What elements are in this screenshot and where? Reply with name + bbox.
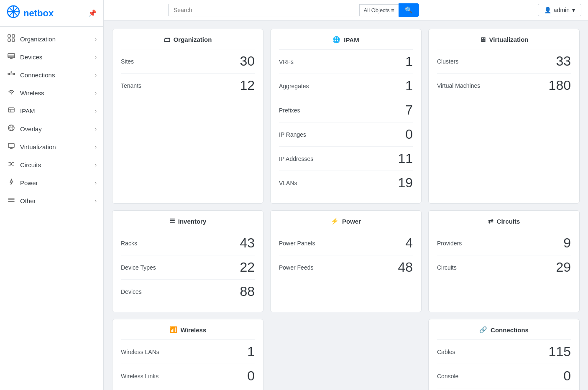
card-organization: 🗃 Organization Sites 30 Tenants 12 — [112, 29, 263, 204]
card-row-vrfs: VRFs 1 — [279, 49, 413, 74]
sidebar-item-label: Devices — [20, 54, 42, 61]
card-row-providers: Providers 9 — [437, 231, 571, 255]
other-icon — [7, 196, 16, 206]
sidebar-item-ipam[interactable]: IPAM › — [0, 102, 103, 120]
card-row-clusters: Clusters 33 — [437, 49, 571, 73]
search-icon: 🔍 — [405, 6, 413, 13]
card-organization-title: 🗃 Organization — [121, 36, 255, 43]
organization-icon — [7, 34, 16, 44]
sidebar-item-power[interactable]: Power › — [0, 174, 103, 192]
ipam-icon — [7, 106, 16, 116]
card-wireless-title: 📶 Wireless — [121, 326, 255, 334]
connections-card-icon: 🔗 — [479, 326, 487, 334]
inventory-card-icon: ☰ — [169, 217, 175, 225]
sidebar-item-label: Organization — [20, 36, 56, 43]
chevron-icon: › — [95, 108, 97, 114]
user-avatar-icon: 👤 — [544, 7, 551, 13]
card-row-racks: Racks 43 — [121, 231, 255, 255]
main-content: All Objects ≡ 🔍 👤 admin ▾ 🗃 Organization — [104, 0, 588, 390]
chevron-icon: › — [95, 90, 97, 96]
filter-label: All Objects — [364, 7, 390, 13]
card-row-cables: Cables 115 — [437, 339, 571, 364]
chevron-icon: › — [95, 180, 97, 186]
sidebar-item-devices[interactable]: Devices › — [0, 48, 103, 66]
sidebar: netbox 📌 Organization › Devices › Connec… — [0, 0, 104, 390]
user-label: admin — [554, 7, 570, 13]
logo-container: netbox 📌 — [0, 0, 103, 27]
organization-card-icon: 🗃 — [164, 36, 170, 43]
sidebar-item-label: Power — [20, 179, 38, 186]
wireless-icon — [7, 88, 16, 98]
card-row-interfaces: Interfaces 97 — [437, 388, 571, 390]
power-card-icon: ⚡ — [331, 217, 339, 225]
sidebar-item-circuits[interactable]: Circuits › — [0, 156, 103, 174]
card-circuits-title: ⇄ Circuits — [437, 217, 571, 225]
cards-row-2: ☰ Inventory Racks 43 Device Types 22 Dev… — [112, 210, 580, 312]
circuits-icon — [7, 160, 16, 170]
svg-rect-22 — [8, 143, 14, 148]
sidebar-item-other[interactable]: Other › — [0, 192, 103, 210]
card-row-devices: Devices 88 — [121, 279, 255, 303]
sidebar-item-label: Other — [20, 197, 36, 204]
virtualization-card-icon: 🖥 — [480, 36, 486, 43]
sidebar-item-virtualization[interactable]: Virtualization › — [0, 138, 103, 156]
card-connections: 🔗 Connections Cables 115 Console 0 Inter… — [428, 319, 580, 390]
sidebar-item-organization[interactable]: Organization › — [0, 30, 103, 48]
sites-value: 30 — [240, 54, 255, 69]
card-row-vms: Virtual Machines 180 — [437, 73, 571, 97]
card-row-wireless-links: Wireless Links 0 — [121, 364, 255, 388]
ipam-card-icon: 🌐 — [332, 36, 340, 43]
dashboard-content: 🗃 Organization Sites 30 Tenants 12 🌐 IPA… — [104, 20, 588, 390]
sidebar-item-wireless[interactable]: Wireless › — [0, 84, 103, 102]
card-connections-title: 🔗 Connections — [437, 326, 571, 334]
filter-icon: ≡ — [391, 7, 394, 13]
card-row-vlans: VLANs 19 — [279, 171, 413, 195]
chevron-icon: › — [95, 36, 97, 42]
card-row-prefixes: Prefixes 7 — [279, 98, 413, 122]
user-menu-button[interactable]: 👤 admin ▾ — [538, 4, 581, 16]
empty-card-spacer — [270, 319, 422, 390]
cards-row-1: 🗃 Organization Sites 30 Tenants 12 🌐 IPA… — [112, 29, 580, 204]
card-row-ip-addresses: IP Addresses 11 — [279, 146, 413, 171]
card-power-title: ⚡ Power — [279, 217, 413, 225]
cards-row-3: 📶 Wireless Wireless LANs 1 Wireless Link… — [112, 319, 580, 390]
search-button[interactable]: 🔍 — [399, 3, 419, 17]
sidebar-nav: Organization › Devices › Connections › W… — [0, 27, 103, 213]
filter-button[interactable]: All Objects ≡ — [359, 4, 399, 16]
app-name: netbox — [23, 8, 54, 19]
devices-icon — [7, 52, 16, 62]
card-row-aggregates: Aggregates 1 — [279, 74, 413, 98]
card-row-power-panels: Power Panels 4 — [279, 231, 413, 255]
svg-rect-12 — [10, 58, 13, 59]
sidebar-item-label: Virtualization — [20, 143, 56, 150]
sidebar-item-label: Connections — [20, 71, 55, 79]
virtualization-icon — [7, 142, 16, 152]
svg-rect-17 — [8, 108, 14, 112]
chevron-icon: › — [95, 198, 97, 204]
circuits-card-icon: ⇄ — [488, 217, 493, 225]
svg-rect-9 — [8, 54, 15, 58]
tenants-value: 12 — [240, 78, 255, 93]
search-input[interactable] — [168, 4, 359, 16]
chevron-icon: › — [95, 126, 97, 132]
card-circuits: ⇄ Circuits Providers 9 Circuits 29 — [428, 210, 580, 312]
top-bar: All Objects ≡ 🔍 👤 admin ▾ — [104, 0, 588, 20]
card-row-wireless-lans: Wireless LANs 1 — [121, 339, 255, 364]
svg-point-16 — [11, 93, 12, 94]
chevron-icon: › — [95, 72, 97, 78]
svg-rect-7 — [8, 39, 10, 41]
sidebar-item-label: Wireless — [20, 89, 44, 97]
card-row-tenants: Tenants 12 — [121, 73, 255, 97]
sidebar-item-connections[interactable]: Connections › — [0, 66, 103, 84]
caret-icon: ▾ — [572, 7, 575, 13]
card-virtualization: 🖥 Virtualization Clusters 33 Virtual Mac… — [428, 29, 580, 204]
card-inventory-title: ☰ Inventory — [121, 217, 255, 225]
sidebar-item-overlay[interactable]: Overlay › — [0, 120, 103, 138]
overlay-icon — [7, 124, 16, 134]
card-row-circuits: Circuits 29 — [437, 255, 571, 279]
wireless-card-icon: 📶 — [169, 326, 177, 334]
sidebar-item-label: IPAM — [20, 107, 35, 115]
chevron-icon: › — [95, 54, 97, 60]
search-container: All Objects ≡ 🔍 — [168, 3, 419, 17]
card-row-power-feeds: Power Feeds 48 — [279, 255, 413, 279]
